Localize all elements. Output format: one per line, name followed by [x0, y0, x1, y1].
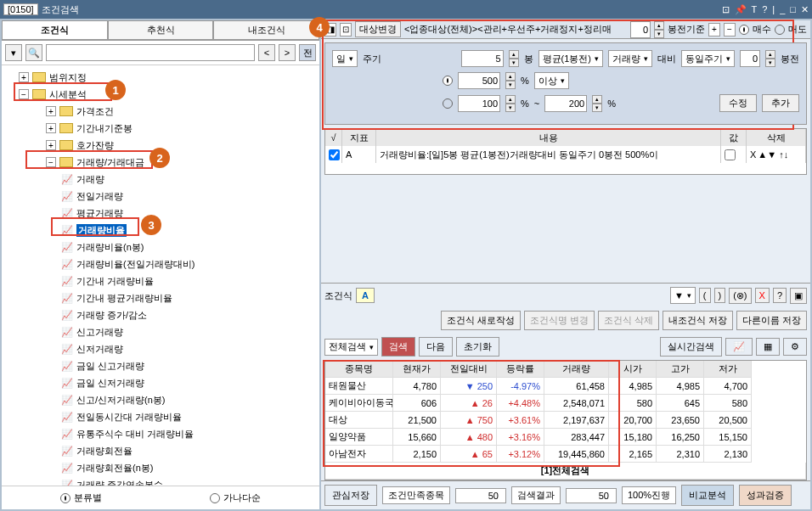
result-tab-label[interactable]: [1]전체검색 — [325, 463, 806, 480]
delete-x[interactable]: X — [750, 149, 756, 160]
vol-select[interactable]: 거래량 — [608, 50, 652, 67]
expr-expand[interactable]: ▣ — [790, 288, 807, 304]
history-dropdown[interactable]: ▾ — [5, 44, 22, 61]
tree-item-prev-vol[interactable]: 📈전일거래량 — [2, 188, 319, 205]
minus-button[interactable]: − — [724, 23, 736, 36]
tree-item-turnover[interactable]: 📈거래량회전율 — [2, 442, 319, 459]
bong-offset-spinner[interactable]: ▴▾ — [654, 21, 664, 38]
realtime-button[interactable]: 실시간검색 — [660, 337, 722, 357]
all-button[interactable]: 전 — [299, 44, 316, 61]
bong-offset-input[interactable] — [630, 21, 651, 38]
minimize-icon[interactable]: _ — [780, 4, 785, 15]
tree-item-today-high-vol[interactable]: 📈금일 신고거래량 — [2, 357, 319, 374]
offset-input[interactable] — [740, 50, 760, 67]
tree-item-vol-updown[interactable]: 📈거래량 증가/감소 — [2, 306, 319, 323]
value1-input[interactable] — [458, 72, 500, 89]
expr-help[interactable]: ? — [773, 288, 787, 303]
settings-icon[interactable]: ⚙ — [783, 338, 807, 356]
tree-item-new-low-vol[interactable]: 📈신저거래량 — [2, 340, 319, 357]
edit-button[interactable]: 수정 — [719, 94, 757, 112]
tree-sub-price[interactable]: +가격조건 — [2, 103, 319, 120]
radio-by-category[interactable]: 분류별 — [60, 491, 102, 504]
cycle-spinner[interactable]: ▴▾ — [509, 50, 519, 67]
prev-button[interactable]: < — [258, 44, 275, 61]
tree-item-today-low-vol[interactable]: 📈금일 신저거래량 — [2, 374, 319, 391]
expr-x[interactable]: X — [755, 288, 770, 303]
same-cycle-select[interactable]: 동일주기 — [681, 50, 735, 67]
offset-spinner[interactable]: ▴▾ — [765, 50, 775, 67]
toggle-2[interactable]: ⊡ — [340, 23, 352, 36]
search-icon[interactable]: 🔍 — [25, 44, 42, 61]
indicator-checkbox[interactable] — [329, 149, 340, 160]
paren-open[interactable]: ( — [699, 288, 711, 303]
save-as-button[interactable]: 다른이름 저장 — [736, 311, 807, 330]
tree-cat-price-analysis[interactable]: −시세분석 — [2, 86, 319, 103]
radio-sell[interactable]: 매도 — [775, 23, 807, 36]
add-button[interactable]: 추가 — [762, 94, 799, 112]
period-select[interactable]: 일 — [332, 50, 358, 67]
paren-check[interactable]: (⊗) — [729, 288, 751, 304]
compare-button[interactable]: 비교분석 — [681, 485, 734, 506]
tab-my[interactable]: 내조건식 — [213, 20, 319, 40]
text-icon[interactable]: T — [752, 4, 758, 15]
new-button[interactable]: 조건식 새로작성 — [441, 311, 521, 330]
help-icon[interactable]: ? — [762, 4, 767, 15]
close-icon[interactable]: ✕ — [801, 4, 809, 15]
radio-single[interactable] — [443, 76, 453, 86]
tree-item-period-vol-ratio[interactable]: 📈기간내 거래량비율 — [2, 272, 319, 289]
search-input[interactable] — [46, 44, 255, 61]
tree-item-vol-streak[interactable]: 📈거래량 증감연속봉수 — [2, 476, 319, 486]
value1-spinner[interactable]: ▴▾ — [505, 72, 516, 89]
reset-button[interactable]: 초기화 — [456, 337, 499, 357]
tree-item-new-high-vol[interactable]: 📈신고거래량 — [2, 323, 319, 340]
result-row[interactable]: 일양약품15,660▲ 480+3.16%283,44715,18016,250… — [325, 429, 806, 446]
value3-input[interactable] — [544, 95, 587, 112]
radio-range[interactable] — [443, 98, 453, 109]
tree-item-float-vol-ratio[interactable]: 📈유통주식수 대비 거래량비율 — [2, 425, 319, 442]
value2-input[interactable] — [458, 95, 500, 112]
maximize-icon[interactable]: □ — [790, 4, 796, 15]
paren-close[interactable]: ) — [714, 288, 726, 303]
save-watchlist-button[interactable]: 관심저장 — [324, 485, 377, 506]
tab-condition[interactable]: 조건식 — [2, 20, 108, 40]
window-btn-1[interactable]: ⊡ — [722, 4, 730, 15]
radio-buy[interactable]: 매수 — [739, 23, 771, 36]
save-my-button[interactable]: 내조건식 저장 — [663, 311, 733, 330]
value2-spinner[interactable]: ▴▾ — [505, 95, 516, 112]
next-button[interactable]: > — [279, 44, 296, 61]
result-row[interactable]: 아남전자2,150▲ 65+3.12%19,445,8602,1652,3102… — [325, 446, 806, 463]
search-scope-select[interactable]: 전체검색 — [324, 339, 378, 356]
layout-icon[interactable]: ▦ — [756, 338, 780, 356]
result-row[interactable]: 케이비아이동국606▲ 26+4.48%2,548,071580645580 — [325, 395, 806, 412]
expression-a[interactable]: A — [356, 288, 375, 303]
search-button[interactable]: 검색 — [381, 337, 415, 357]
result-row[interactable]: 태원물산4,780▼ 250-4.97%61,4584,9854,9854,70… — [325, 378, 806, 395]
cycle-input[interactable] — [461, 50, 504, 67]
delete-button[interactable]: 조건식 삭제 — [598, 311, 659, 330]
next-page-button[interactable]: 다음 — [419, 337, 453, 357]
tree-cat-range[interactable]: +범위지정 — [2, 69, 319, 86]
tree-item-vol-ratio-prev[interactable]: 📈거래량비율(전일거래량대비) — [2, 256, 319, 272]
tree-item-vol-ratio-n[interactable]: 📈거래량비율(n봉) — [2, 239, 319, 256]
tree-item-highlow-vol-n[interactable]: 📈신고/신저거래량(n봉) — [2, 391, 319, 408]
pin-icon[interactable]: 📌 — [735, 4, 747, 15]
indicator-row[interactable]: A 거래량비율:[일]5봉 평균(1봉전)거래량대비 동일주기 0봉전 500%… — [325, 146, 806, 163]
tree-item-sametime-vol[interactable]: 📈전일동시간대 거래량비율 — [2, 408, 319, 425]
value-checkbox[interactable] — [725, 149, 736, 160]
performance-button[interactable]: 성과검증 — [739, 485, 792, 506]
tree-item-avg-vol[interactable]: 📈평균거래량 — [2, 205, 319, 222]
tree-item-turnover-n[interactable]: 📈거래량회전율(n봉) — [2, 459, 319, 476]
target-change-button[interactable]: 대상변경 — [355, 21, 401, 37]
tree-item-vol[interactable]: 📈거래량 — [2, 171, 319, 188]
plus-button[interactable]: + — [708, 23, 720, 36]
move-arrows[interactable]: ▲▼ ↑↓ — [758, 149, 788, 160]
result-row[interactable]: 대상21,500▲ 750+3.61%2,197,63720,70023,650… — [325, 412, 806, 429]
radio-by-name[interactable]: 가나다순 — [210, 491, 261, 504]
expr-dropdown[interactable]: ▼ — [670, 287, 696, 304]
tree-item-period-avg-vol-ratio[interactable]: 📈기간내 평균거래량비율 — [2, 289, 319, 306]
value3-spinner[interactable]: ▴▾ — [592, 95, 602, 112]
chart-icon[interactable]: 📈 — [725, 338, 753, 356]
avg-select[interactable]: 평균(1봉전) — [539, 50, 603, 67]
comparison-select[interactable]: 이상 — [534, 72, 569, 89]
rename-button[interactable]: 조건식명 변경 — [524, 311, 595, 330]
